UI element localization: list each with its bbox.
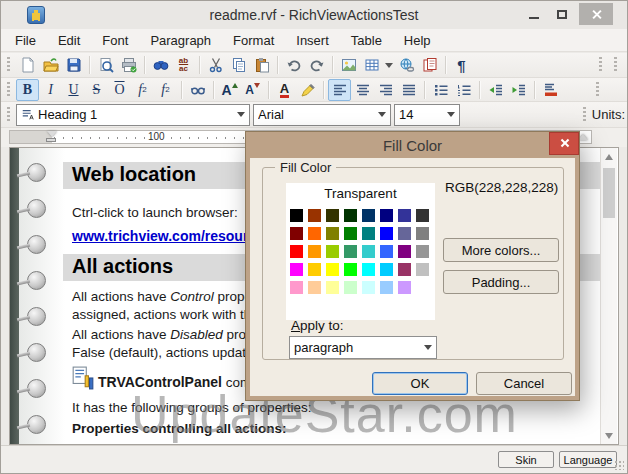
- print-preview-button[interactable]: [94, 54, 117, 76]
- palette-swatch-99CC00[interactable]: [326, 245, 339, 258]
- align-center-button[interactable]: [351, 79, 374, 101]
- undo-button[interactable]: [282, 54, 305, 76]
- subscript-button[interactable]: f2: [131, 79, 154, 101]
- numbered-list-button[interactable]: [452, 79, 475, 101]
- palette-swatch-FF99CC[interactable]: [290, 281, 303, 294]
- palette-swatch-FF0000[interactable]: [290, 245, 303, 258]
- menu-edit[interactable]: Edit: [58, 33, 80, 48]
- palette-swatch-00FFFF[interactable]: [362, 263, 375, 276]
- insert-table-button[interactable]: [360, 54, 383, 76]
- bold-button[interactable]: B: [16, 79, 39, 101]
- superscript-button[interactable]: f2: [154, 79, 177, 101]
- palette-swatch-339966[interactable]: [344, 245, 357, 258]
- ok-button[interactable]: OK: [372, 372, 468, 395]
- save-button[interactable]: [62, 54, 85, 76]
- minimize-button[interactable]: [523, 3, 545, 25]
- increase-indent-button[interactable]: [507, 79, 530, 101]
- palette-swatch-003366[interactable]: [362, 209, 375, 222]
- font-size-combo[interactable]: 14: [394, 104, 460, 126]
- transparent-option[interactable]: Transparent: [286, 186, 435, 201]
- font-combo[interactable]: Arial: [253, 104, 391, 126]
- palette-swatch-333333[interactable]: [416, 209, 429, 222]
- style-combo[interactable]: Heading 1: [16, 104, 250, 126]
- toolbar-grip[interactable]: [583, 107, 586, 123]
- palette-swatch-808080[interactable]: [416, 227, 429, 240]
- print-button[interactable]: [117, 54, 140, 76]
- palette-swatch-666699[interactable]: [398, 227, 411, 240]
- open-file-button[interactable]: [39, 54, 62, 76]
- indent-marker-right[interactable]: [578, 134, 588, 140]
- justify-button[interactable]: [397, 79, 420, 101]
- palette-swatch-808000[interactable]: [326, 227, 339, 240]
- paragraph-fill-color-button[interactable]: [539, 79, 562, 101]
- menu-help[interactable]: Help: [404, 33, 431, 48]
- vertical-scrollbar[interactable]: [600, 148, 617, 444]
- new-document-button[interactable]: [16, 54, 39, 76]
- toolbar-grip[interactable]: [614, 57, 617, 73]
- palette-swatch-FF6600[interactable]: [308, 227, 321, 240]
- palette-swatch-0000FF[interactable]: [380, 227, 393, 240]
- menu-paragraph[interactable]: Paragraph: [150, 33, 211, 48]
- indent-marker-first-line[interactable]: [47, 131, 57, 137]
- maximize-button[interactable]: [551, 3, 573, 25]
- toolbar-grip[interactable]: [599, 57, 602, 73]
- palette-swatch-333300[interactable]: [326, 209, 339, 222]
- palette-swatch-003300[interactable]: [344, 209, 357, 222]
- replace-button[interactable]: ab ac: [172, 54, 195, 76]
- paste-button[interactable]: [250, 54, 273, 76]
- cancel-button[interactable]: Cancel: [476, 372, 572, 395]
- palette-swatch-3366FF[interactable]: [380, 245, 393, 258]
- toolbar-grip[interactable]: [7, 57, 10, 73]
- bullet-list-button[interactable]: [429, 79, 452, 101]
- copy-button[interactable]: [227, 54, 250, 76]
- redo-button[interactable]: [305, 54, 328, 76]
- skin-button[interactable]: Skin: [498, 451, 554, 468]
- menu-insert[interactable]: Insert: [296, 33, 329, 48]
- palette-swatch-FFCC00[interactable]: [308, 263, 321, 276]
- align-left-button[interactable]: [328, 79, 351, 101]
- decrease-indent-button[interactable]: [484, 79, 507, 101]
- cut-button[interactable]: [204, 54, 227, 76]
- palette-swatch-00FF00[interactable]: [344, 263, 357, 276]
- character-spacing-button[interactable]: [186, 79, 209, 101]
- find-button[interactable]: [149, 54, 172, 76]
- palette-swatch-008080[interactable]: [362, 227, 375, 240]
- toolbar-grip[interactable]: [596, 82, 599, 98]
- palette-swatch-00CCFF[interactable]: [380, 263, 393, 276]
- palette-swatch-800080[interactable]: [398, 245, 411, 258]
- shrink-font-button[interactable]: A: [241, 79, 264, 101]
- dialog-title-bar[interactable]: Fill Color: [246, 132, 579, 158]
- palette-swatch-000000[interactable]: [290, 209, 303, 222]
- menu-font[interactable]: Font: [102, 33, 128, 48]
- palette-swatch-FFFF00[interactable]: [326, 263, 339, 276]
- toolbar-grip[interactable]: [7, 82, 10, 98]
- grow-font-button[interactable]: A: [218, 79, 241, 101]
- indent-marker-left[interactable]: [46, 138, 56, 142]
- doc-hyperlink[interactable]: www.trichview.com/resource: [72, 228, 264, 244]
- apply-to-combo[interactable]: paragraph: [289, 336, 437, 359]
- title-bar[interactable]: readme.rvf - RichViewActionsTest: [1, 1, 627, 29]
- palette-swatch-CCFFCC[interactable]: [344, 281, 357, 294]
- padding-button[interactable]: Padding...: [443, 270, 559, 294]
- strikethrough-button[interactable]: S: [85, 79, 108, 101]
- font-color-button[interactable]: A: [273, 79, 296, 101]
- menu-table[interactable]: Table: [351, 33, 382, 48]
- palette-swatch-C0C0C0[interactable]: [416, 263, 429, 276]
- dialog-close-button[interactable]: [549, 132, 579, 155]
- palette-swatch-969696[interactable]: [416, 245, 429, 258]
- palette-swatch-FFFF99[interactable]: [326, 281, 339, 294]
- palette-swatch-FFCC99[interactable]: [308, 281, 321, 294]
- scrollbar-thumb[interactable]: [603, 168, 615, 218]
- palette-swatch-008000[interactable]: [344, 227, 357, 240]
- palette-swatch-CC99FF[interactable]: [398, 281, 411, 294]
- palette-swatch-993366[interactable]: [398, 263, 411, 276]
- palette-swatch-CCFFFF[interactable]: [362, 281, 375, 294]
- insert-hyperlink-button[interactable]: [395, 54, 418, 76]
- align-right-button[interactable]: [374, 79, 397, 101]
- insert-table-dropdown[interactable]: [383, 54, 395, 76]
- palette-swatch-800000[interactable]: [290, 227, 303, 240]
- palette-swatch-333399[interactable]: [398, 209, 411, 222]
- palette-swatch-993300[interactable]: [308, 209, 321, 222]
- show-paragraph-marks-button[interactable]: ¶: [450, 54, 473, 76]
- italic-button[interactable]: I: [39, 79, 62, 101]
